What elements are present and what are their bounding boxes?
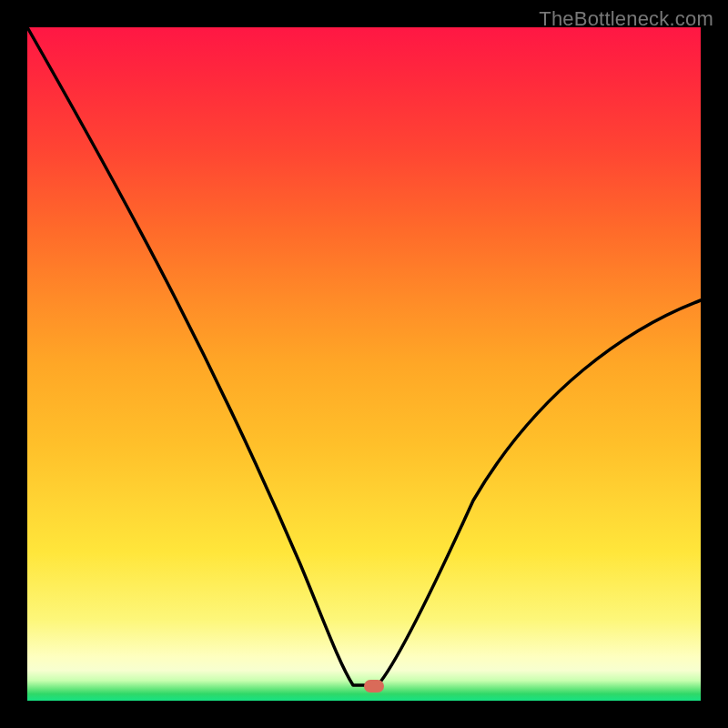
minimum-marker	[364, 680, 384, 693]
plot-area	[27, 27, 701, 701]
chart-frame: TheBottleneck.com	[0, 0, 728, 728]
curve-path	[27, 27, 701, 685]
bottleneck-curve	[27, 27, 701, 701]
